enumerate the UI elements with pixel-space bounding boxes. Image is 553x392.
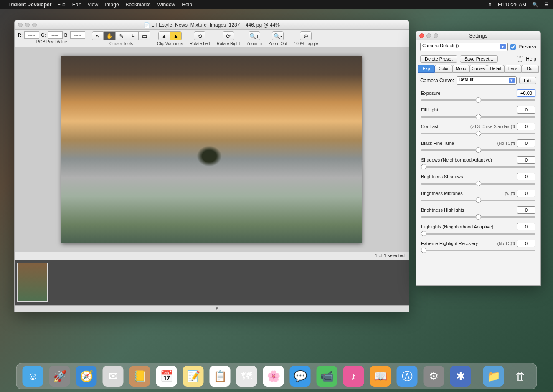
tab-curves[interactable]: Curves	[469, 65, 487, 73]
slider-track[interactable]	[421, 216, 535, 218]
dock-appstore-icon[interactable]: Ⓐ	[397, 366, 418, 387]
slider-knob[interactable]	[476, 214, 481, 220]
rgb-r-label: R:	[18, 33, 23, 38]
dock-safari-icon[interactable]: 🧭	[76, 366, 97, 387]
slider-type[interactable]: (v3 S-Curve Standard)⇅	[470, 124, 515, 129]
slider-knob[interactable]	[421, 248, 426, 253]
slider-knob[interactable]	[476, 114, 481, 119]
image-canvas[interactable]	[15, 47, 409, 252]
slider-knob[interactable]	[421, 164, 426, 169]
dock-notes-icon[interactable]: 📝	[183, 366, 204, 387]
help-icon[interactable]: ?	[517, 56, 523, 62]
menu-image[interactable]: Image	[105, 2, 119, 8]
delete-preset-button[interactable]: Delete Preset	[420, 55, 457, 63]
app-name[interactable]: Iridient Developer	[9, 2, 51, 8]
slider-value-input[interactable]	[517, 190, 535, 197]
dock-itunes-icon[interactable]: ♪	[343, 366, 364, 387]
slider-knob[interactable]	[476, 197, 481, 203]
menu-edit[interactable]: Edit	[72, 2, 81, 8]
menu-window[interactable]: Window	[157, 2, 175, 8]
slider-track[interactable]	[421, 183, 535, 185]
slider-knob[interactable]	[421, 231, 426, 236]
slider-track[interactable]	[421, 149, 535, 151]
spotlight-icon[interactable]: 🔍	[532, 2, 538, 8]
marquee-tool-icon[interactable]: ▭	[139, 31, 150, 40]
tab-color[interactable]: Color	[435, 65, 452, 73]
slider-track[interactable]	[421, 133, 535, 134]
zoom-toggle-icon[interactable]: ⊕	[300, 31, 312, 40]
dock-ibooks-icon[interactable]: 📖	[370, 366, 391, 387]
crop-tool-icon[interactable]: ⌗	[127, 31, 139, 40]
menubar-status-icon[interactable]: ⇪	[488, 2, 492, 8]
slider-value-input[interactable]	[517, 106, 535, 114]
dock-reminders-icon[interactable]: 📋	[210, 366, 231, 387]
dock-photos-icon[interactable]: 🌸	[263, 366, 284, 387]
preset-select[interactable]: Camera Default ()	[420, 43, 508, 51]
tab-mono[interactable]: Mono	[452, 65, 469, 73]
slider-knob[interactable]	[476, 97, 481, 103]
menubar-clock[interactable]: Fri 10:25 AM	[498, 2, 526, 8]
slider-track[interactable]	[421, 166, 535, 168]
settings-titlebar[interactable]: Settings	[416, 31, 540, 40]
menu-bookmarks[interactable]: Bookmarks	[126, 2, 151, 8]
tab-lens[interactable]: Lens	[504, 65, 521, 73]
eyedropper-tool-icon[interactable]: ✎	[115, 31, 127, 40]
main-titlebar[interactable]: 📄 LIFEstyle_News_Mixture_Images_1287__44…	[15, 20, 409, 30]
dock-preferences-icon[interactable]: ⚙	[424, 366, 444, 387]
tab-out[interactable]: Out	[522, 65, 539, 73]
slider-track[interactable]	[421, 99, 535, 101]
slider-track[interactable]	[421, 250, 535, 251]
slider-type[interactable]: (No TC)⇅	[497, 241, 515, 246]
slider-value-input[interactable]	[517, 156, 535, 164]
camera-curve-select[interactable]: Default	[457, 76, 517, 85]
dock-downloads-icon[interactable]: 📁	[483, 366, 504, 387]
slider-knob[interactable]	[476, 147, 481, 153]
thumbnail[interactable]	[17, 263, 48, 302]
dock-app-icon[interactable]: ✱	[450, 366, 471, 387]
tab-detail[interactable]: Detail	[487, 65, 504, 73]
slider-track[interactable]	[421, 200, 535, 201]
save-preset-button[interactable]: Save Preset...	[460, 55, 498, 63]
slider-value-input[interactable]	[517, 123, 535, 130]
menu-file[interactable]: File	[57, 2, 65, 8]
menu-help[interactable]: Help	[182, 2, 192, 8]
dock-finder-icon[interactable]: ☺	[23, 366, 43, 387]
slider-track[interactable]	[421, 233, 535, 235]
dock-trash-icon[interactable]: 🗑	[510, 366, 531, 387]
slider-type[interactable]: (v3)⇅	[505, 191, 515, 196]
slider-type[interactable]: (No TC)⇅	[497, 141, 515, 146]
filmstrip[interactable]	[15, 260, 409, 305]
slider-value-input[interactable]	[517, 206, 535, 214]
dock-calendar-icon[interactable]: 📅	[156, 366, 177, 387]
dock-messages-icon[interactable]: 💬	[290, 366, 311, 387]
menu-view[interactable]: View	[87, 2, 98, 8]
dock-contacts-icon[interactable]: 📒	[129, 366, 150, 387]
help-label[interactable]: Help	[526, 56, 536, 62]
slider-knob[interactable]	[476, 131, 481, 136]
edit-curve-button[interactable]: Edit	[519, 77, 536, 84]
clip-shadow-icon[interactable]: ▲	[158, 31, 170, 40]
dock-facetime-icon[interactable]: 📹	[317, 366, 337, 387]
tab-exp[interactable]: Exp	[418, 65, 435, 73]
preview-checkbox[interactable]	[510, 44, 516, 50]
slider-value-input[interactable]	[517, 223, 535, 230]
zoom-out-icon[interactable]: 🔍-	[272, 31, 284, 40]
pointer-tool-icon[interactable]: ↖	[92, 31, 104, 40]
slider-knob[interactable]	[476, 181, 481, 186]
zoom-in-icon[interactable]: 🔍+	[249, 31, 260, 40]
dock-launchpad-icon[interactable]: 🚀	[49, 366, 70, 387]
slider-value-input[interactable]	[517, 139, 535, 147]
rotate-right-icon[interactable]: ⟳	[223, 31, 234, 40]
dock-maps-icon[interactable]: 🗺	[236, 366, 257, 387]
slider-value-input[interactable]	[517, 173, 535, 180]
slider-track[interactable]	[421, 116, 535, 118]
hand-tool-icon[interactable]: ✋	[104, 31, 115, 40]
slider-value-input[interactable]	[517, 89, 535, 97]
dock-mail-icon[interactable]: ✉	[103, 366, 124, 387]
clip-highlight-icon[interactable]: ▲	[170, 31, 182, 40]
slider-value-input[interactable]	[517, 240, 535, 247]
notification-center-icon[interactable]: ☰	[544, 2, 549, 8]
image-preview[interactable]	[61, 56, 362, 243]
collapse-filmstrip-icon[interactable]: ▼	[208, 306, 225, 311]
rotate-left-icon[interactable]: ⟲	[194, 31, 205, 40]
